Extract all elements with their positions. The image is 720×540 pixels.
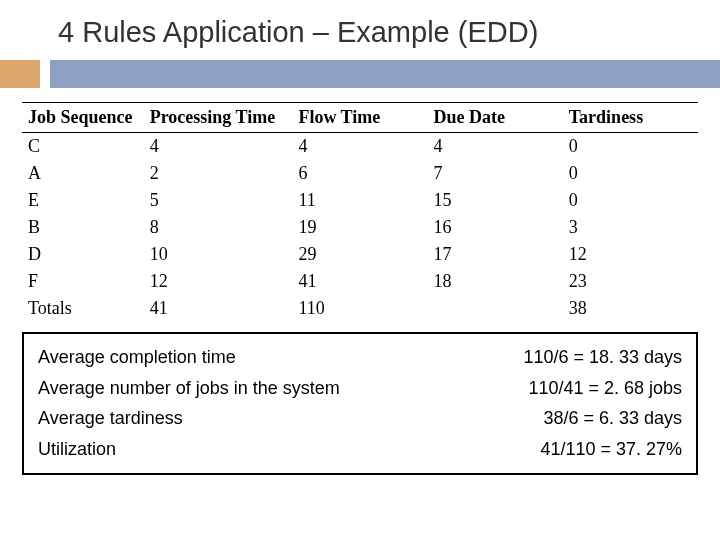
table-row: D 10 29 17 12 bbox=[22, 241, 698, 268]
cell-flow: 29 bbox=[292, 241, 427, 268]
cell-due: 17 bbox=[428, 241, 563, 268]
cell-tardy: 3 bbox=[563, 214, 698, 241]
page-title: 4 Rules Application – Example (EDD) bbox=[58, 14, 720, 50]
cell-flow: 19 bbox=[292, 214, 427, 241]
summary-row: Average number of jobs in the system 110… bbox=[38, 373, 682, 404]
summary-row: Average completion time 110/6 = 18. 33 d… bbox=[38, 342, 682, 373]
totals-due bbox=[428, 295, 563, 322]
totals-row: Totals 41 110 38 bbox=[22, 295, 698, 322]
cell-due: 4 bbox=[428, 133, 563, 161]
schedule-table-wrap: Job Sequence Processing Time Flow Time D… bbox=[0, 88, 720, 322]
accent-row bbox=[0, 60, 720, 88]
table-row: E 5 11 15 0 bbox=[22, 187, 698, 214]
col-due-date: Due Date bbox=[428, 103, 563, 133]
cell-tardy: 12 bbox=[563, 241, 698, 268]
summary-value: 110/41 = 2. 68 jobs bbox=[520, 373, 682, 404]
cell-proc: 2 bbox=[144, 160, 293, 187]
cell-proc: 8 bbox=[144, 214, 293, 241]
cell-flow: 41 bbox=[292, 268, 427, 295]
cell-due: 15 bbox=[428, 187, 563, 214]
totals-flow: 110 bbox=[292, 295, 427, 322]
totals-proc: 41 bbox=[144, 295, 293, 322]
summary-label: Average tardiness bbox=[38, 403, 535, 434]
cell-tardy: 0 bbox=[563, 133, 698, 161]
accent-block bbox=[0, 60, 40, 88]
cell-job: B bbox=[22, 214, 144, 241]
totals-tardy: 38 bbox=[563, 295, 698, 322]
summary-label: Average completion time bbox=[38, 342, 515, 373]
summary-label: Utilization bbox=[38, 434, 532, 465]
col-job-sequence: Job Sequence bbox=[22, 103, 144, 133]
cell-flow: 11 bbox=[292, 187, 427, 214]
cell-tardy: 0 bbox=[563, 187, 698, 214]
schedule-table: Job Sequence Processing Time Flow Time D… bbox=[22, 102, 698, 322]
table-row: A 2 6 7 0 bbox=[22, 160, 698, 187]
summary-value: 41/110 = 37. 27% bbox=[532, 434, 682, 465]
cell-due: 7 bbox=[428, 160, 563, 187]
cell-proc: 4 bbox=[144, 133, 293, 161]
summary-value: 110/6 = 18. 33 days bbox=[515, 342, 682, 373]
cell-due: 18 bbox=[428, 268, 563, 295]
cell-job: C bbox=[22, 133, 144, 161]
totals-label: Totals bbox=[22, 295, 144, 322]
cell-tardy: 0 bbox=[563, 160, 698, 187]
col-processing-time: Processing Time bbox=[144, 103, 293, 133]
title-area: 4 Rules Application – Example (EDD) bbox=[0, 0, 720, 60]
cell-flow: 6 bbox=[292, 160, 427, 187]
cell-proc: 12 bbox=[144, 268, 293, 295]
summary-row: Average tardiness 38/6 = 6. 33 days bbox=[38, 403, 682, 434]
cell-job: F bbox=[22, 268, 144, 295]
col-tardiness: Tardiness bbox=[563, 103, 698, 133]
cell-job: D bbox=[22, 241, 144, 268]
table-header-row: Job Sequence Processing Time Flow Time D… bbox=[22, 103, 698, 133]
cell-due: 16 bbox=[428, 214, 563, 241]
table-row: B 8 19 16 3 bbox=[22, 214, 698, 241]
cell-proc: 5 bbox=[144, 187, 293, 214]
summary-row: Utilization 41/110 = 37. 27% bbox=[38, 434, 682, 465]
accent-bar bbox=[50, 60, 720, 88]
cell-job: E bbox=[22, 187, 144, 214]
cell-tardy: 23 bbox=[563, 268, 698, 295]
summary-label: Average number of jobs in the system bbox=[38, 373, 520, 404]
table-row: C 4 4 4 0 bbox=[22, 133, 698, 161]
table-row: F 12 41 18 23 bbox=[22, 268, 698, 295]
cell-job: A bbox=[22, 160, 144, 187]
cell-proc: 10 bbox=[144, 241, 293, 268]
summary-box: Average completion time 110/6 = 18. 33 d… bbox=[22, 332, 698, 474]
cell-flow: 4 bbox=[292, 133, 427, 161]
col-flow-time: Flow Time bbox=[292, 103, 427, 133]
summary-value: 38/6 = 6. 33 days bbox=[535, 403, 682, 434]
